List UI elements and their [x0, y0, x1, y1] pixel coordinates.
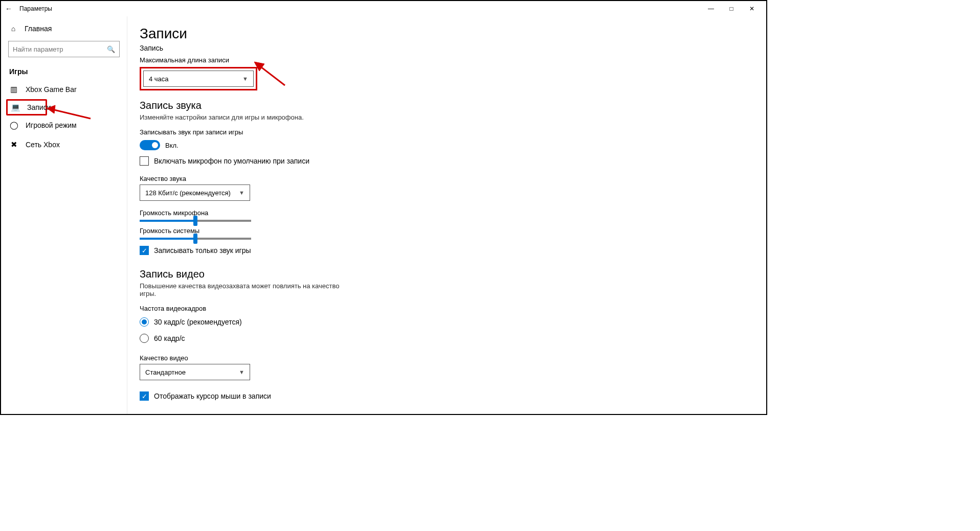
fps-60-radio[interactable]: 60 кадр/с [140, 334, 766, 343]
fps-label: Частота видеокадров [140, 305, 766, 312]
content: Записи Запись Максимальная длина записи … [127, 16, 766, 414]
xbox-net-icon: ✖ [9, 140, 18, 149]
capture-audio-toggle[interactable] [140, 140, 160, 150]
xbox-bar-icon: ▥ [9, 85, 18, 94]
sidebar-item-label: Xbox Game Bar [26, 85, 77, 94]
titlebar: ← Параметры ― □ ✕ [1, 1, 766, 16]
sys-volume-label: Громкость системы [140, 227, 766, 235]
search-icon: 🔍 [107, 45, 115, 53]
sidebar-item-xbox-game-bar[interactable]: ▥ Xbox Game Bar [1, 80, 127, 99]
toggle-on-label: Вкл. [165, 142, 179, 149]
search-field[interactable] [13, 45, 107, 53]
sys-volume-slider[interactable] [140, 238, 251, 240]
minimize-button[interactable]: ― [701, 2, 721, 16]
home-icon: ⌂ [9, 25, 17, 33]
section-audio-header: Запись звука [140, 100, 766, 111]
audio-quality-label: Качество звука [140, 175, 766, 182]
checkbox-icon: ✓ [140, 391, 149, 401]
mic-default-checkbox[interactable]: Включать микрофон по умолчанию при запис… [140, 156, 766, 166]
game-mode-icon: ◯ [9, 121, 18, 130]
page-title: Записи [140, 26, 766, 42]
mic-volume-slider[interactable] [140, 220, 251, 222]
radio-icon [140, 334, 149, 343]
show-cursor-label: Отображать курсор мыши в записи [154, 392, 271, 400]
fps-60-label: 60 кадр/с [154, 334, 185, 342]
maxlen-value: 4 часа [149, 75, 169, 83]
maxlen-label: Максимальная длина записи [140, 56, 766, 64]
radio-icon [140, 317, 149, 327]
sidebar-category: Игры [1, 62, 127, 80]
back-button[interactable]: ← [5, 5, 12, 13]
window-title: Параметры [19, 5, 52, 12]
close-button[interactable]: ✕ [742, 2, 762, 16]
sidebar-item-captures[interactable]: 💻 Записи [6, 99, 47, 116]
mic-volume-label: Громкость микрофона [140, 209, 766, 217]
video-quality-dropdown[interactable]: Стандартное ▼ [140, 364, 250, 380]
sidebar-item-label: Сеть Xbox [26, 141, 60, 149]
maxlen-dropdown[interactable]: 4 часа ▼ [143, 71, 254, 87]
sidebar-item-game-mode[interactable]: ◯ Игровой режим [1, 116, 127, 135]
game-audio-only-label: Записывать только звук игры [154, 246, 251, 255]
video-desc: Повышение качества видеозахвата может по… [140, 282, 354, 297]
capture-audio-label: Записывать звук при записи игры [140, 128, 766, 136]
sidebar-item-label: Записи [27, 103, 51, 111]
section-video-header: Запись видео [140, 268, 766, 280]
sidebar-home[interactable]: ⌂ Главная [1, 19, 127, 38]
game-audio-only-checkbox[interactable]: ✓ Записывать только звук игры [140, 246, 766, 255]
chevron-down-icon: ▼ [242, 76, 248, 82]
fps-30-radio[interactable]: 30 кадр/с (рекомендуется) [140, 317, 766, 327]
sidebar-item-xbox-network[interactable]: ✖ Сеть Xbox [1, 135, 127, 154]
audio-quality-dropdown[interactable]: 128 Кбит/с (рекомендуется) ▼ [140, 184, 250, 201]
checkbox-icon [140, 156, 149, 166]
chevron-down-icon: ▼ [239, 369, 244, 375]
show-cursor-checkbox[interactable]: ✓ Отображать курсор мыши в записи [140, 391, 766, 401]
video-quality-label: Качество видео [140, 354, 766, 362]
fps-30-label: 30 кадр/с (рекомендуется) [154, 318, 242, 326]
maximize-button[interactable]: □ [721, 2, 742, 16]
sidebar: ⌂ Главная 🔍 Игры ▥ Xbox Game Bar 💻 Запис… [1, 16, 127, 414]
search-input[interactable]: 🔍 [8, 41, 120, 57]
chevron-down-icon: ▼ [239, 190, 244, 196]
video-quality-value: Стандартное [145, 368, 186, 376]
audio-desc: Изменяйте настройки записи для игры и ми… [140, 113, 354, 121]
sidebar-item-label: Игровой режим [26, 121, 77, 129]
settings-window: ← Параметры ― □ ✕ ⌂ Главная 🔍 Игры ▥ Xbo… [0, 0, 767, 415]
audio-quality-value: 128 Кбит/с (рекомендуется) [145, 189, 231, 197]
checkbox-icon: ✓ [140, 246, 149, 255]
sidebar-home-label: Главная [25, 25, 52, 33]
captures-icon: 💻 [11, 103, 20, 112]
section-recording-header: Запись [140, 44, 766, 52]
mic-default-label: Включать микрофон по умолчанию при запис… [154, 157, 309, 165]
highlight-maxlen: 4 часа ▼ [140, 67, 257, 90]
